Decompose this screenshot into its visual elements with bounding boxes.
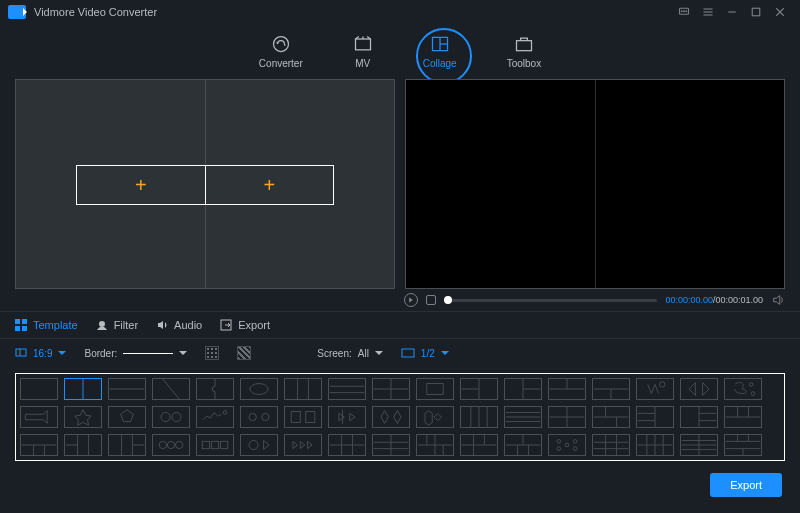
progress-track[interactable] <box>444 299 657 302</box>
template-item[interactable] <box>504 434 542 456</box>
template-item[interactable] <box>20 434 58 456</box>
color-swatch[interactable] <box>205 346 219 360</box>
nav-label: Toolbox <box>507 58 541 69</box>
template-item[interactable] <box>196 378 234 400</box>
template-item[interactable] <box>548 406 586 428</box>
svg-point-86 <box>176 441 183 448</box>
svg-point-48 <box>172 412 181 421</box>
tab-export[interactable]: Export <box>220 319 270 331</box>
template-item[interactable] <box>372 378 410 400</box>
template-item[interactable] <box>284 406 322 428</box>
template-item[interactable] <box>108 406 146 428</box>
tab-template[interactable]: Template <box>15 319 78 331</box>
template-item[interactable] <box>724 378 762 400</box>
export-button[interactable]: Export <box>710 473 782 497</box>
svg-rect-19 <box>15 326 20 331</box>
template-item[interactable] <box>328 378 366 400</box>
template-item[interactable] <box>240 378 278 400</box>
template-item[interactable] <box>548 434 586 456</box>
template-item[interactable] <box>460 406 498 428</box>
template-item[interactable] <box>64 406 102 428</box>
nav-collage[interactable]: Collage <box>423 34 457 69</box>
progress-handle[interactable] <box>444 296 452 304</box>
template-item[interactable] <box>284 378 322 400</box>
preview-panel <box>405 79 785 289</box>
volume-icon[interactable] <box>771 293 785 307</box>
close-icon[interactable] <box>768 2 792 22</box>
template-item[interactable] <box>416 378 454 400</box>
svg-point-110 <box>573 447 577 451</box>
template-item[interactable] <box>636 406 674 428</box>
template-item[interactable] <box>20 378 58 400</box>
feedback-icon[interactable] <box>672 2 696 22</box>
template-item[interactable] <box>460 378 498 400</box>
tab-label: Template <box>33 319 78 331</box>
template-item[interactable] <box>592 434 630 456</box>
template-item[interactable] <box>504 406 542 428</box>
template-item[interactable] <box>680 434 718 456</box>
template-item[interactable] <box>240 434 278 456</box>
template-item[interactable] <box>636 378 674 400</box>
template-item[interactable] <box>548 378 586 400</box>
stop-button[interactable] <box>426 295 436 305</box>
template-item[interactable] <box>460 434 498 456</box>
svg-point-28 <box>250 384 268 395</box>
template-item[interactable] <box>328 406 366 428</box>
svg-point-45 <box>749 383 753 387</box>
template-item[interactable] <box>592 378 630 400</box>
template-item[interactable] <box>636 434 674 456</box>
border-select[interactable]: Border: <box>84 348 187 359</box>
svg-rect-87 <box>202 441 209 448</box>
template-item[interactable] <box>240 406 278 428</box>
page-select[interactable]: 1/2 <box>401 348 449 359</box>
template-item[interactable] <box>64 434 102 456</box>
time-display: 00:00:00.00/00:00:01.00 <box>665 295 763 305</box>
tab-audio[interactable]: Audio <box>156 319 202 331</box>
nav-converter[interactable]: Converter <box>259 34 303 69</box>
template-item[interactable] <box>284 434 322 456</box>
maximize-icon[interactable] <box>744 2 768 22</box>
template-item[interactable] <box>64 378 102 400</box>
app-logo-icon <box>8 5 26 19</box>
template-item[interactable] <box>328 434 366 456</box>
preview-divider <box>595 80 596 288</box>
svg-rect-89 <box>220 441 227 448</box>
template-item[interactable] <box>20 406 58 428</box>
template-item[interactable] <box>416 434 454 456</box>
template-item[interactable] <box>152 378 190 400</box>
nav-mv[interactable]: MV <box>353 34 373 69</box>
tab-filter[interactable]: Filter <box>96 319 138 331</box>
play-button[interactable] <box>404 293 418 307</box>
minimize-icon[interactable] <box>720 2 744 22</box>
template-item[interactable] <box>504 378 542 400</box>
template-item[interactable] <box>592 406 630 428</box>
template-item[interactable] <box>196 406 234 428</box>
svg-point-109 <box>565 443 569 447</box>
template-item[interactable] <box>724 434 762 456</box>
template-item[interactable] <box>108 378 146 400</box>
template-grid-wrap <box>0 367 800 467</box>
add-media-right[interactable]: + <box>205 166 334 204</box>
template-item[interactable] <box>196 434 234 456</box>
template-item[interactable] <box>108 434 146 456</box>
svg-rect-17 <box>15 319 20 324</box>
app-title: Vidmore Video Converter <box>34 6 157 18</box>
player-bar: 00:00:00.00/00:00:01.00 <box>0 289 800 311</box>
template-item[interactable] <box>372 406 410 428</box>
template-item[interactable] <box>724 406 762 428</box>
plus-icon: + <box>135 174 147 197</box>
template-item[interactable] <box>152 406 190 428</box>
menu-icon[interactable] <box>696 2 720 22</box>
add-media-left[interactable]: + <box>77 166 205 204</box>
template-item[interactable] <box>372 434 410 456</box>
pattern-swatch[interactable] <box>237 346 251 360</box>
template-item[interactable] <box>152 434 190 456</box>
template-item[interactable] <box>680 406 718 428</box>
template-item[interactable] <box>680 378 718 400</box>
screen-select[interactable]: Screen: All <box>317 348 383 359</box>
aspect-ratio-select[interactable]: 16:9 <box>15 347 66 359</box>
aspect-value: 16:9 <box>33 348 52 359</box>
nav-toolbox[interactable]: Toolbox <box>507 34 541 69</box>
border-preview <box>123 353 173 354</box>
template-item[interactable] <box>416 406 454 428</box>
